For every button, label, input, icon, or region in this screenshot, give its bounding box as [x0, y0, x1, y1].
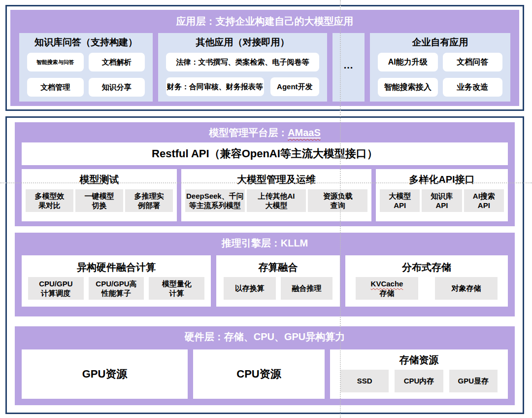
storage-resource-chips: SSD CPU内存 GPU显存	[333, 370, 504, 392]
other-apps-items: 法律：文书撰写、类案检索、电子阅卷等 财务：合同审核、财务报表等 Agent开发	[164, 53, 321, 96]
model-ops-chips: DeepSeek、千问 等主流系列模型 上传其他AI 大模型 资源负载 查询	[185, 189, 368, 212]
own-item-smart-search-access: 智能搜索接入	[378, 78, 438, 97]
model-ops-title: 大模型管理及运维	[185, 173, 368, 186]
chip-ai-search-api: AI搜索 API	[464, 189, 504, 212]
architecture-diagram: 应用层：支持企业构建自己的大模型应用 知识库问答（支持构建） 智能搜索与问答 文…	[0, 0, 532, 418]
enterprise-apps-group-title: 企业自有应用	[376, 36, 504, 48]
hetero-compute-box: 异构硬件融合计算 CPU/GPU 计算调度 CPU/GPU高 性能算子 模型量化…	[22, 255, 211, 307]
model-test-box: 模型测试 多模型效 果对比 一键模型 切换 多推理实 例部署	[22, 169, 177, 221]
ellipsis-group: ...	[332, 33, 365, 102]
hardware-layer-title: 硬件层：存储、CPU、GPU异构算力	[22, 331, 508, 343]
distributed-storage-title: 分布式存储	[349, 261, 504, 274]
chip-cpu-gpu-scheduling: CPU/GPU 计算调度	[28, 277, 84, 300]
cpu-resource-box: CPU资源	[193, 349, 325, 399]
chip-storage-for-compute: 以存换算	[224, 277, 276, 300]
application-layer-panel: 应用层：支持企业构建自己的大模型应用 知识库问答（支持构建） 智能搜索与问答 文…	[10, 10, 519, 106]
kb-qa-items-grid: 智能搜索与问答 文档解析 文档管理 知识分享	[25, 53, 147, 97]
chip-ssd: SSD	[340, 370, 389, 392]
chip-deepseek-qwen-models: DeepSeek、千问 等主流系列模型	[185, 189, 245, 212]
kvcache-word: KVCache	[371, 279, 403, 288]
api-variety-title: 多样化API接口	[379, 173, 504, 186]
application-layer-frame: 应用层：支持企业构建自己的大模型应用 知识库问答（支持构建） 智能搜索与问答 文…	[5, 5, 524, 111]
gpu-resource-box: GPU资源	[22, 349, 188, 399]
distributed-storage-chips: KVCache 存储 对象存储	[349, 277, 504, 300]
chip-one-click-switch: 一键模型 切换	[75, 189, 123, 212]
chip-model-quantization: 模型量化 计算	[149, 277, 204, 300]
kb-item-doc-manage: 文档管理	[27, 78, 84, 97]
storage-compute-fusion-box: 存算融合 以存换算 融合推理	[216, 255, 340, 307]
model-test-title: 模型测试	[25, 173, 173, 186]
chip-multi-model-compare: 多模型效 果对比	[26, 189, 73, 212]
kvcache-word-line: KVCache	[371, 279, 403, 288]
api-variety-box: 多样化API接口 大模型 API 知识库 API AI搜索 API	[376, 169, 508, 221]
enterprise-apps-group: 企业自有应用 AI能力升级 文档问答 智能搜索接入 业务改造	[370, 33, 510, 102]
ellipsis-label: ...	[344, 60, 354, 75]
kb-item-doc-parse: 文档解析	[89, 53, 145, 71]
other-item-agent-dev: Agent开发	[270, 77, 319, 96]
storage-resource-title: 存储资源	[333, 353, 504, 366]
hardware-layer-panel: 硬件层：存储、CPU、GPU异构算力 GPU资源 CPU资源 存储资源 SSD …	[15, 326, 515, 405]
enterprise-apps-grid: AI能力升级 文档问答 智能搜索接入 业务改造	[376, 53, 504, 97]
other-item-legal: 法律：文书撰写、类案检索、电子阅卷等	[166, 53, 319, 71]
chip-multi-instance-deploy: 多推理实 例部署	[125, 189, 173, 212]
chip-kb-api: 知识库 API	[422, 189, 462, 212]
kvcache-storage-line: 存储	[380, 288, 395, 298]
chip-cpu-memory: CPU内存	[395, 370, 443, 392]
other-apps-row2: 财务：合同审核、财务报表等 Agent开发	[166, 77, 319, 96]
engine-boxes-row: 异构硬件融合计算 CPU/GPU 计算调度 CPU/GPU高 性能算子 模型量化…	[22, 255, 508, 307]
kb-qa-group: 知识库问答（支持构建） 智能搜索与问答 文档解析 文档管理 知识分享	[19, 33, 153, 102]
storage-compute-fusion-title: 存算融合	[220, 261, 336, 274]
hardware-boxes-row: GPU资源 CPU资源 存储资源 SSD CPU内存 GPU显存	[22, 349, 508, 399]
storage-compute-fusion-chips: 以存换算 融合推理	[220, 277, 336, 300]
chip-object-storage: 对象存储	[435, 277, 498, 300]
other-apps-group: 其他应用（对接即用） 法律：文书撰写、类案检索、电子阅卷等 财务：合同审核、财务…	[158, 33, 327, 102]
amaas-word: AMaaS	[288, 127, 321, 138]
chip-fusion-inference: 融合推理	[281, 277, 333, 300]
model-ops-box: 大模型管理及运维 DeepSeek、千问 等主流系列模型 上传其他AI 大模型 …	[181, 169, 371, 221]
own-item-doc-qa: 文档问答	[443, 53, 503, 71]
own-item-business-reform: 业务改造	[443, 78, 503, 97]
inference-engine-layer-title: 推理引擎层：KLLM	[22, 237, 508, 249]
kb-item-smart-search: 智能搜索与问答	[27, 53, 84, 71]
model-test-chips: 多模型效 果对比 一键模型 切换 多推理实 例部署	[25, 189, 173, 212]
api-variety-chips: 大模型 API 知识库 API AI搜索 API	[379, 189, 504, 212]
chip-resource-load-query: 资源负载 查询	[308, 189, 367, 212]
kb-qa-group-title: 知识库问答（支持构建）	[25, 36, 147, 48]
hetero-compute-title: 异构硬件融合计算	[25, 261, 207, 274]
distributed-storage-box: 分布式存储 KVCache 存储 对象存储	[345, 255, 508, 307]
own-item-ai-upgrade: AI能力升级	[378, 53, 438, 71]
storage-resource-box: 存储资源 SSD CPU内存 GPU显存	[330, 349, 508, 399]
restful-api-bar: Restful API（兼容OpenAI等主流大模型接口）	[22, 142, 508, 165]
chip-kvcache-storage: KVCache 存储	[356, 277, 418, 300]
other-apps-group-title: 其他应用（对接即用）	[164, 36, 321, 48]
chip-llm-api: 大模型 API	[380, 189, 420, 212]
platform-boxes-row: 模型测试 多模型效 果对比 一键模型 切换 多推理实 例部署 大模型管理及运维 …	[22, 169, 508, 221]
chip-high-perf-operators: CPU/GPU高 性能算子	[89, 277, 144, 300]
chip-gpu-vram: GPU显存	[449, 370, 498, 392]
other-item-finance: 财务：合同审核、财务报表等	[166, 77, 264, 96]
chip-upload-other-models: 上传其他AI 大模型	[247, 189, 306, 212]
kb-item-knowledge-share: 知识分享	[89, 78, 145, 97]
amaas-highlight: AMaaS	[288, 127, 321, 138]
platform-stack-frame: 模型管理平台层：AMaaS Restful API（兼容OpenAI等主流大模型…	[5, 116, 524, 414]
inference-engine-layer-panel: 推理引擎层：KLLM 异构硬件融合计算 CPU/GPU 计算调度 CPU/GPU…	[15, 233, 515, 316]
model-platform-layer-title: 模型管理平台层：AMaaS	[22, 127, 508, 139]
model-platform-layer-title-prefix: 模型管理平台层：	[209, 127, 288, 138]
application-layer-title: 应用层：支持企业构建自己的大模型应用	[19, 15, 510, 27]
model-platform-layer-panel: 模型管理平台层：AMaaS Restful API（兼容OpenAI等主流大模型…	[15, 122, 515, 226]
application-groups-row: 知识库问答（支持构建） 智能搜索与问答 文档解析 文档管理 知识分享 其他应用（…	[19, 33, 510, 102]
hetero-compute-chips: CPU/GPU 计算调度 CPU/GPU高 性能算子 模型量化 计算	[25, 277, 207, 300]
